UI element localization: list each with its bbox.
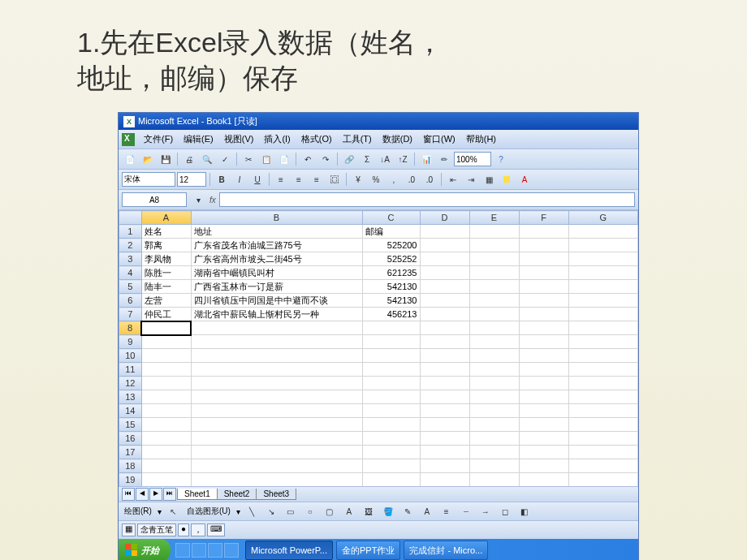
sheet-nav-first-icon[interactable]: ⏮ [122, 488, 135, 501]
cell[interactable] [568, 363, 638, 377]
cell[interactable] [420, 294, 469, 308]
ql-icon[interactable] [224, 543, 239, 558]
menu-tools[interactable]: 工具(T) [338, 131, 377, 147]
cell[interactable] [568, 294, 638, 308]
cell[interactable] [519, 459, 568, 473]
cell[interactable]: 邮编 [362, 225, 420, 239]
row-header[interactable]: 13 [119, 390, 142, 404]
print-icon[interactable]: 🖨 [181, 151, 197, 167]
menu-data[interactable]: 数据(D) [378, 131, 417, 147]
cell[interactable] [568, 446, 638, 459]
row-header[interactable]: 10 [119, 349, 142, 363]
col-header-e[interactable]: E [469, 211, 519, 225]
cell[interactable] [519, 294, 568, 308]
cell[interactable] [519, 363, 568, 377]
cell[interactable]: 湖南省中崛镇民叫村 [191, 266, 362, 280]
ql-icon[interactable] [175, 543, 190, 558]
row-header[interactable]: 16 [119, 432, 142, 446]
indent-inc-icon[interactable]: ⇥ [463, 171, 479, 187]
cell[interactable] [191, 473, 362, 487]
drawing-menu[interactable]: 绘图(R) [122, 506, 154, 517]
row-header[interactable]: 9 [119, 335, 142, 349]
cell[interactable] [568, 252, 638, 266]
cell[interactable]: 四川省镇压中同国是中中避而不谈 [191, 294, 362, 308]
cell[interactable] [568, 404, 638, 418]
menu-view[interactable]: 视图(V) [219, 131, 259, 147]
cell[interactable] [141, 432, 191, 446]
italic-icon[interactable]: I [231, 171, 248, 187]
col-header-b[interactable]: B [191, 211, 362, 225]
cell[interactable] [141, 459, 191, 473]
cell[interactable] [568, 321, 638, 335]
cell[interactable] [420, 239, 469, 252]
cell[interactable] [469, 225, 519, 239]
cell[interactable]: 广东省茂名市油城三路75号 [191, 239, 362, 252]
sheet-tab-2[interactable]: Sheet2 [217, 489, 257, 500]
cell[interactable] [420, 377, 469, 390]
cell[interactable]: 李凤物 [141, 252, 191, 266]
fx-icon[interactable]: fx [209, 196, 216, 205]
link-icon[interactable]: 🔗 [341, 151, 357, 167]
cell[interactable] [519, 418, 568, 432]
cell[interactable] [568, 418, 638, 432]
row-header[interactable]: 19 [119, 473, 142, 487]
arrowstyle-icon[interactable]: → [477, 503, 494, 519]
cell[interactable]: 姓名 [141, 225, 191, 239]
cell[interactable] [420, 335, 469, 349]
ql-icon[interactable] [192, 543, 206, 558]
cell[interactable]: 525200 [362, 239, 420, 252]
cell[interactable] [362, 404, 420, 418]
indent-dec-icon[interactable]: ⇤ [445, 171, 461, 187]
clipart-icon[interactable]: 🖼 [361, 503, 377, 519]
cell[interactable] [191, 349, 362, 363]
cell[interactable] [420, 225, 469, 239]
oval-icon[interactable]: ○ [302, 503, 318, 519]
row-header[interactable]: 18 [119, 459, 142, 473]
menu-help[interactable]: 帮助(H) [461, 131, 501, 147]
cell[interactable] [519, 308, 568, 321]
cell[interactable]: 542130 [362, 280, 420, 294]
cell[interactable] [420, 404, 469, 418]
cell[interactable]: 525252 [362, 252, 420, 266]
cell[interactable] [469, 239, 519, 252]
cell[interactable] [191, 404, 362, 418]
ime-fullwidth-icon[interactable]: ● [178, 523, 189, 536]
row-header[interactable]: 7 [119, 308, 142, 321]
spreadsheet-grid[interactable]: A B C D E F G 1 姓名 地址 邮编 2 郭离 广东省茂名市油城三路… [119, 210, 638, 486]
redo-icon[interactable]: ↷ [317, 151, 334, 167]
cell[interactable] [420, 321, 469, 335]
col-header-g[interactable]: G [568, 211, 638, 225]
menu-format[interactable]: 格式(O) [296, 131, 337, 147]
shadow-icon[interactable]: ◻ [497, 503, 513, 519]
cell[interactable]: 456213 [362, 308, 420, 321]
menu-file[interactable]: 文件(F) [139, 131, 178, 147]
sort-desc-icon[interactable]: ↑Z [395, 151, 411, 167]
cell[interactable] [191, 377, 362, 390]
cell[interactable]: 左营 [141, 294, 191, 308]
col-header-a[interactable]: A [141, 211, 191, 225]
cell[interactable] [362, 349, 420, 363]
cell[interactable] [362, 363, 420, 377]
cell[interactable] [141, 335, 191, 349]
cell[interactable] [519, 390, 568, 404]
arrow-icon[interactable]: ↘ [263, 503, 279, 519]
cell[interactable] [191, 459, 362, 473]
chart-icon[interactable]: 📊 [418, 151, 434, 167]
row-header[interactable]: 8 [119, 321, 142, 335]
undo-icon[interactable]: ↶ [300, 151, 316, 167]
sheet-tab-1[interactable]: Sheet1 [177, 489, 218, 500]
cell[interactable]: 郭离 [141, 239, 191, 252]
select-all-corner[interactable] [119, 211, 142, 225]
cell[interactable] [141, 349, 191, 363]
cell[interactable] [141, 446, 191, 459]
cell[interactable] [519, 321, 568, 335]
cell[interactable] [469, 349, 519, 363]
row-header[interactable]: 15 [119, 418, 142, 432]
dash-icon[interactable]: ┄ [458, 503, 474, 519]
col-header-f[interactable]: F [519, 211, 568, 225]
cell[interactable] [469, 266, 519, 280]
cell[interactable]: 湖北省中薪民轴上惭村民另一种 [191, 308, 362, 321]
cell[interactable] [420, 473, 469, 487]
cell[interactable] [568, 308, 638, 321]
cell[interactable] [469, 377, 519, 390]
